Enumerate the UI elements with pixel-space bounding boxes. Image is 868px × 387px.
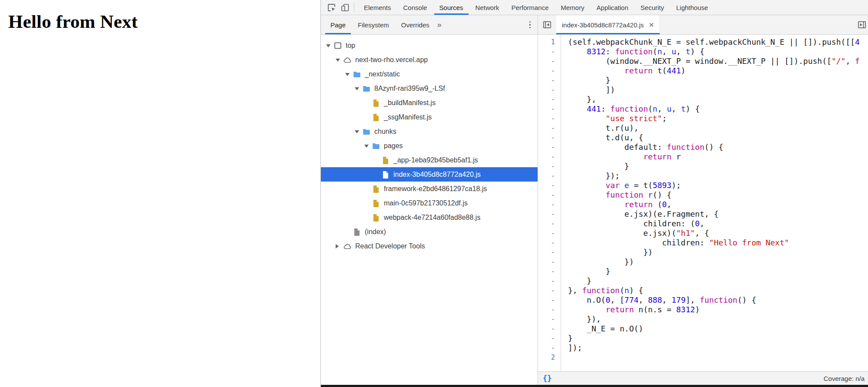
- tree-item-index-3b405d8c8772a420-js[interactable]: index-3b405d8c8772a420.js: [321, 167, 538, 182]
- open-file-tab[interactable]: index-3b405d8c8772a420.js ×: [556, 15, 660, 34]
- chevron-down-icon[interactable]: [345, 72, 353, 76]
- line-number: -: [538, 47, 555, 56]
- line-number: -: [538, 219, 555, 228]
- line-number: -: [538, 343, 555, 353]
- line-number: -: [538, 162, 555, 171]
- main-tab-console[interactable]: Console: [397, 0, 433, 15]
- main-tab-lighthouse[interactable]: Lighthouse: [670, 0, 714, 15]
- chevron-down-icon[interactable]: [355, 129, 362, 133]
- navigator-tab-filesystem[interactable]: Filesystem: [352, 15, 395, 34]
- line-number: -: [538, 104, 555, 114]
- script-file-icon: [372, 199, 380, 208]
- code-line: }): [568, 257, 868, 267]
- code-line: 8312: function(n, u, t) {: [568, 47, 868, 56]
- line-number: -: [538, 238, 555, 248]
- tree-item-label: pages: [384, 142, 403, 150]
- main-tab-security[interactable]: Security: [634, 0, 670, 15]
- main-tab-memory[interactable]: Memory: [555, 0, 591, 15]
- chevron-down-icon[interactable]: [326, 43, 333, 47]
- code-line: children: "Hello from Next": [568, 238, 868, 248]
- line-number: -: [538, 200, 555, 209]
- tree-item-main-0c597b21730512df-js[interactable]: main-0c597b21730512df.js: [321, 196, 538, 210]
- main-tab-elements[interactable]: Elements: [358, 0, 397, 15]
- open-file-tab-label: index-3b405d8c8772a420.js: [562, 21, 644, 29]
- tree-item-app-1eba92b45beb5af1-js[interactable]: _app-1eba92b45beb5af1.js: [321, 153, 538, 167]
- page-heading: Hello from Next: [8, 11, 320, 32]
- tree-item-index[interactable]: (index): [321, 225, 538, 239]
- tree-item-label: index-3b405d8c8772a420.js: [393, 171, 481, 179]
- code-line: var e = t(5893);: [568, 181, 868, 190]
- line-number: 1: [538, 37, 555, 47]
- more-tabs-chevron-icon[interactable]: »: [436, 20, 443, 30]
- line-number: -: [538, 142, 555, 152]
- tree-item-react-developer-tools[interactable]: React Developer Tools: [321, 239, 538, 253]
- tree-item-webpack-4e7214a60fad8e88-js[interactable]: webpack-4e7214a60fad8e88.js: [321, 210, 538, 225]
- line-number: -: [538, 314, 555, 324]
- code-editor[interactable]: 1--------------------------------2 (self…: [538, 35, 868, 371]
- rendered-webpage: Hello from Next: [0, 0, 320, 387]
- line-number: -: [538, 181, 555, 190]
- show-right-panel-icon[interactable]: [856, 19, 868, 30]
- tree-item-next-two-rho-vercel-app[interactable]: next-two-rho.vercel.app: [321, 53, 538, 67]
- chevron-right-icon[interactable]: [336, 244, 343, 248]
- script-file-icon: [372, 213, 380, 222]
- code-line: 441: function(n, u, t) {: [568, 104, 868, 114]
- navigator-tab-overrides[interactable]: Overrides: [395, 15, 436, 34]
- script-file-icon: [381, 156, 390, 165]
- chevron-down-icon[interactable]: [336, 58, 343, 62]
- editor-status-bar: {} Coverage: n/a: [538, 371, 868, 385]
- chevron-down-icon[interactable]: [364, 144, 372, 148]
- tree-item-label: top: [346, 42, 355, 50]
- navigator-tab-page[interactable]: Page: [324, 15, 352, 34]
- tree-item-top[interactable]: top: [321, 38, 538, 53]
- cloud-icon: [343, 242, 352, 251]
- device-toolbar-icon[interactable]: [338, 0, 352, 14]
- tree-item-framework-e2bd64861297ca18-js[interactable]: framework-e2bd64861297ca18.js: [321, 182, 538, 196]
- code-line: t.d(u, {: [568, 133, 868, 142]
- devtools-panel: ElementsConsoleSourcesNetworkPerformance…: [320, 0, 868, 387]
- tree-item-next-static[interactable]: _next/static: [321, 67, 538, 81]
- document-file-icon: [353, 228, 361, 236]
- main-tab-sources[interactable]: Sources: [433, 0, 469, 15]
- code-line: }),: [568, 314, 868, 324]
- hide-navigator-icon[interactable]: [541, 19, 553, 30]
- line-number: -: [538, 95, 555, 104]
- code-line: },: [568, 95, 868, 104]
- code-line: e.jsx)(e.Fragment, {: [568, 209, 868, 219]
- line-number: -: [538, 324, 555, 334]
- tree-item-8azynf-rari395w9-lsf[interactable]: 8Azynf-rari395w9_-LSf: [321, 81, 538, 96]
- inspect-element-icon[interactable]: [324, 0, 338, 14]
- folder-icon: [362, 84, 371, 93]
- main-tab-performance[interactable]: Performance: [505, 0, 555, 15]
- code-line: (window.__NEXT_P = window.__NEXT_P || []…: [568, 56, 868, 66]
- code-line: n.O(0, [774, 888, 179], function() {: [568, 295, 868, 305]
- pretty-print-icon[interactable]: {}: [543, 374, 551, 383]
- tree-item-chunks[interactable]: chunks: [321, 124, 538, 139]
- line-number: -: [538, 295, 555, 305]
- code-lines: (self.webpackChunk_N_E = self.webpackChu…: [561, 35, 868, 371]
- main-tab-application[interactable]: Application: [591, 0, 634, 15]
- line-number: -: [538, 267, 555, 276]
- line-number: -: [538, 66, 555, 76]
- line-number: -: [538, 76, 555, 85]
- tree-item-pages[interactable]: pages: [321, 139, 538, 153]
- script-file-icon: [372, 99, 380, 107]
- main-toolbar-tabs: ElementsConsoleSourcesNetworkPerformance…: [358, 0, 714, 15]
- tree-item-label: chunks: [374, 128, 396, 136]
- code-line: }, function(n) {: [568, 286, 868, 295]
- close-tab-icon[interactable]: ×: [649, 20, 654, 29]
- tree-item-buildmanifest-js[interactable]: _buildManifest.js: [321, 96, 538, 110]
- toolbar-separator: [354, 3, 354, 12]
- code-line: return t(441): [568, 66, 868, 76]
- line-number: -: [538, 334, 555, 343]
- line-number: -: [538, 171, 555, 181]
- tree-item-label: _next/static: [365, 70, 400, 78]
- line-number: 2: [538, 353, 555, 362]
- tree-item-ssgmanifest-js[interactable]: _ssgManifest.js: [321, 110, 538, 124]
- more-options-icon[interactable]: [522, 20, 538, 29]
- chevron-down-icon[interactable]: [355, 86, 362, 90]
- line-number: -: [538, 114, 555, 123]
- main-tab-network[interactable]: Network: [469, 0, 505, 15]
- devtools-main-toolbar: ElementsConsoleSourcesNetworkPerformance…: [321, 0, 868, 15]
- code-line: }: [568, 334, 868, 343]
